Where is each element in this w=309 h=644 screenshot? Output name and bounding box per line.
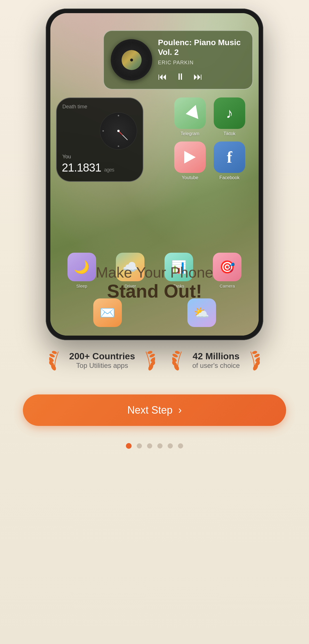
watch-number: 21.1831 ages [62,161,114,174]
stat-countries-title: 200+ Countries [69,351,135,362]
next-step-label: Next Step [127,404,173,416]
watch-widget: Death time You 21.1831 ages [56,97,143,182]
dot-5[interactable] [168,443,173,448]
svg-point-19 [252,350,258,354]
headline-line2: Stand Out! [62,281,247,302]
laurel-left-2-icon [172,349,189,372]
app-icon-tiktok[interactable]: ♪ Tiktok [212,97,247,136]
bottom-section: 200+ Countries Top Utilities apps [0,349,309,449]
phone-mockup: Poulenc: Piano Music Vol. 2 ERIC PARKIN … [46,9,263,340]
headline-line1: Make Your Phone [62,264,247,281]
stat-millions-text: 42 Millions of user's choice [192,351,240,370]
facebook-icon: f [227,148,232,166]
dot-1[interactable] [126,443,132,449]
music-artist: ERIC PARKIN [158,60,245,66]
svg-point-4 [52,350,57,354]
dot-3[interactable] [147,443,152,448]
stat-millions: 42 Millions of user's choice [172,349,260,372]
vinyl-record [111,39,152,81]
laurel-right-2-icon [243,349,260,372]
laurel-left-icon [49,349,66,372]
tiktok-label: Tiktok [223,131,235,136]
svg-point-9 [147,350,153,354]
music-title: Poulenc: Piano Music Vol. 2 [158,38,245,57]
stat-millions-title: 42 Millions [192,351,240,362]
phone-screen: Poulenc: Piano Music Vol. 2 ERIC PARKIN … [50,13,259,336]
youtube-label: Youtube [182,175,198,180]
telegram-label: Telegram [181,131,199,136]
music-controls: ⏮ ⏸ ⏭ [158,71,245,82]
next-button[interactable]: ⏭ [193,71,203,82]
stat-millions-subtitle: of user's choice [192,362,240,370]
music-widget: Poulenc: Piano Music Vol. 2 ERIC PARKIN … [103,30,253,89]
phone-frame: Poulenc: Piano Music Vol. 2 ERIC PARKIN … [46,9,263,340]
pause-button[interactable]: ⏸ [176,71,185,82]
facebook-label: Facebook [219,175,239,180]
telegram-icon [185,105,198,121]
phone-headline: Make Your Phone Stand Out! [50,264,259,301]
app-icon-facebook[interactable]: f Facebook [212,141,247,180]
app-icon-telegram[interactable]: Telegram [173,97,207,136]
youtube-play-icon [184,151,196,164]
watch-you-label: You [62,154,71,160]
laurel-right-icon [138,349,155,372]
youtube-app-icon[interactable] [174,141,206,173]
apps-grid: Telegram ♪ Tiktok Youtube [173,97,253,180]
mail-app-icon[interactable]: ✉️ [93,298,122,327]
last-app-row: ✉️ ⛅ [50,298,259,327]
tiktok-icon: ♪ [226,105,233,121]
dot-4[interactable] [157,443,163,448]
app-icon-youtube[interactable]: Youtube [173,141,207,180]
pagination-dots [126,443,183,449]
dot-2[interactable] [137,443,142,448]
stat-countries-text: 200+ Countries Top Utilities apps [69,351,135,370]
watch-clock [100,112,137,149]
prev-button[interactable]: ⏮ [158,71,167,82]
stats-row: 200+ Countries Top Utilities apps [17,349,292,372]
next-step-arrow-icon: › [178,404,182,416]
watch-center [117,130,120,132]
dot-6[interactable] [178,443,183,448]
telegram-app-icon[interactable] [174,97,206,129]
facebook-app-icon[interactable]: f [214,141,245,173]
death-time-label: Death time [62,104,137,110]
music-info: Poulenc: Piano Music Vol. 2 ERIC PARKIN … [158,38,245,82]
weather-app-icon[interactable]: ⛅ [187,298,216,327]
vinyl-label [122,50,142,70]
stat-countries: 200+ Countries Top Utilities apps [49,349,155,372]
svg-point-14 [175,350,180,354]
stat-countries-subtitle: Top Utilities apps [69,362,135,370]
tiktok-app-icon[interactable]: ♪ [214,97,245,129]
next-step-button[interactable]: Next Step › [23,394,286,426]
